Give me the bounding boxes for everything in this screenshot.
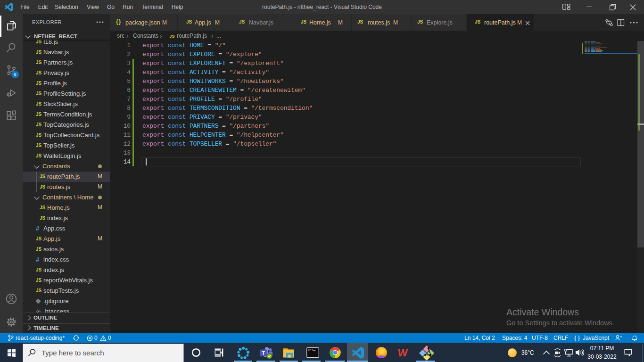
svg-text:T: T [262,350,265,356]
svg-text:C:\: C:\ [308,348,314,352]
svg-text:W: W [397,347,408,359]
